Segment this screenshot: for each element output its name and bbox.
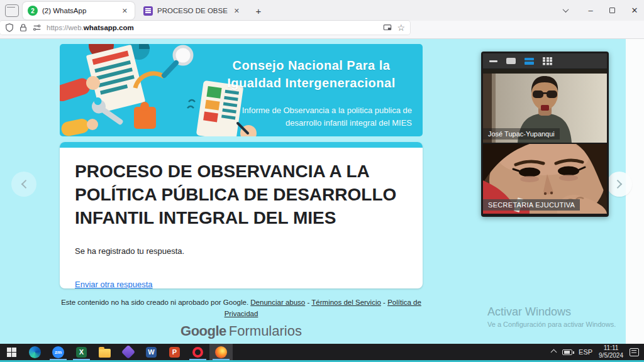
close-tab-icon[interactable]: ✕	[232, 6, 242, 16]
submit-another-response-link[interactable]: Enviar otra respuesta	[75, 280, 153, 288]
google-forms-logo: GoogleFormularios	[60, 323, 423, 339]
list-tabs-button[interactable]	[556, 0, 575, 20]
taskbar-clock[interactable]: 11:11 9/5/2024	[599, 344, 623, 360]
send-to-device-icon[interactable]	[383, 23, 392, 32]
watermark-subtitle: Ve a Configuración para activar Windows.	[487, 321, 616, 328]
shield-icon[interactable]	[5, 23, 14, 32]
taskbar-opera[interactable]	[186, 344, 209, 360]
video-feed-participant-1: José Tupac-Yupanqui	[483, 69, 607, 143]
restore-icon	[609, 8, 615, 13]
form-confirmation-text: Se ha registrado tu respuesta.	[75, 246, 408, 256]
tab-whatsapp[interactable]: 2 (2) WhatsApp ✕	[23, 2, 135, 19]
chevron-left-icon	[21, 180, 30, 189]
file-explorer-icon	[99, 349, 111, 358]
action-center-icon[interactable]	[630, 348, 639, 356]
firefox-icon	[215, 346, 227, 358]
form-footer: Este contenido no ha sido creado ni apro…	[60, 297, 423, 320]
activate-windows-watermark: Activar Windows Ve a Configuración para …	[487, 305, 616, 328]
video-call-window: José Tupac-Yupanqui	[481, 52, 609, 217]
taskbar-firefox[interactable]	[209, 344, 233, 360]
minimize-window-button[interactable]: –	[581, 0, 600, 20]
page-content: Consejo Nacional Para laIgualdad Interge…	[0, 39, 644, 344]
windows-logo-icon	[7, 348, 16, 357]
powerpoint-icon: P	[169, 347, 180, 358]
edge-icon	[29, 346, 41, 358]
microsoft-365-icon	[121, 345, 135, 359]
video-call-titlebar[interactable]	[483, 53, 607, 69]
formularios-wordmark: Formularios	[229, 323, 302, 339]
windows-taskbar: zm X W P ESP 11:11 9/5/2024	[0, 344, 644, 360]
google-forms-icon	[143, 6, 153, 16]
form-title: PROCESO DE OBSERVANCIA A LA POLÍTICA PÚB…	[75, 160, 411, 230]
permissions-icon[interactable]	[33, 23, 42, 32]
whatsapp-badge-icon: 2	[28, 6, 38, 16]
tray-chevron-up-icon[interactable]	[551, 349, 557, 355]
footer-disclaimer: Este contenido no ha sido creado ni apro…	[61, 299, 248, 306]
lock-icon[interactable]	[19, 23, 28, 32]
taskbar-word[interactable]: W	[140, 344, 163, 360]
terms-link[interactable]: Términos del Servicio	[311, 299, 381, 306]
bookmark-star-icon[interactable]: ☆	[397, 23, 405, 33]
new-tab-button[interactable]: +	[252, 4, 265, 18]
opera-icon	[192, 347, 203, 358]
start-button[interactable]	[0, 344, 23, 360]
previous-image-button[interactable]	[11, 172, 36, 197]
watermark-title: Activar Windows	[487, 305, 616, 319]
tab-google-form[interactable]: PROCESO DE OBSERVANCIA A L ✕	[138, 2, 247, 19]
restore-window-button[interactable]	[602, 0, 621, 20]
browser-tab-bar: 2 (2) WhatsApp ✕ PROCESO DE OBSERVANCIA …	[0, 0, 644, 21]
minimize-icon[interactable]	[489, 60, 497, 62]
browser-toolbar: ← → https://web.whatsapp.com	[0, 21, 644, 39]
clock-date: 9/5/2024	[599, 352, 623, 360]
zoom-icon: zm	[52, 346, 64, 358]
system-tray: ESP 11:11 9/5/2024	[552, 344, 644, 360]
banner-subtitle: Informe de Observancia a la politica pub…	[216, 104, 412, 129]
form-card: PROCESO DE OBSERVANCIA A LA POLÍTICA PÚB…	[60, 142, 423, 288]
excel-icon: X	[76, 347, 87, 358]
tab-title: (2) WhatsApp	[42, 7, 116, 14]
gallery-view-icon[interactable]	[543, 57, 552, 65]
speaker-view-icon[interactable]	[525, 58, 534, 65]
url-text: https://web.whatsapp.com	[47, 24, 134, 31]
taskbar-zoom[interactable]: zm	[47, 344, 70, 360]
desktop: 2 (2) WhatsApp ✕ PROCESO DE OBSERVANCIA …	[0, 0, 644, 362]
google-wordmark: Google	[180, 323, 226, 339]
language-indicator[interactable]: ESP	[579, 348, 592, 356]
close-window-button[interactable]: ✕	[625, 0, 644, 20]
address-bar[interactable]: https://web.whatsapp.com ☆	[0, 21, 410, 35]
battery-icon[interactable]	[562, 349, 572, 355]
banner-title: Consejo Nacional Para laIgualdad Interge…	[209, 57, 413, 92]
report-abuse-link[interactable]: Denunciar abuso	[250, 299, 305, 306]
taskbar-excel[interactable]: X	[70, 344, 93, 360]
form-header-banner: Consejo Nacional Para laIgualdad Interge…	[60, 44, 423, 136]
next-image-button[interactable]	[607, 172, 632, 197]
close-tab-icon[interactable]: ✕	[120, 6, 130, 16]
firefox-view-icon[interactable]	[5, 4, 19, 17]
participant-2-name: SECRETARIA EJUCUTIVA	[483, 199, 580, 211]
taskbar-microsoft-365[interactable]	[116, 344, 140, 360]
maximize-icon[interactable]	[506, 58, 516, 64]
taskbar-file-explorer[interactable]	[93, 344, 116, 360]
participant-1-name: José Tupac-Yupanqui	[483, 128, 560, 140]
clock-time: 11:11	[599, 344, 623, 353]
chevron-down-icon	[562, 6, 569, 13]
taskbar-powerpoint[interactable]: P	[163, 344, 186, 360]
separator: -	[383, 299, 386, 306]
video-feed-participant-2: SECRETARIA EJUCUTIVA	[483, 144, 607, 214]
chevron-right-icon	[613, 180, 622, 189]
word-icon: W	[146, 347, 157, 358]
taskbar-edge[interactable]	[23, 344, 47, 360]
separator: -	[307, 299, 309, 306]
tab-title: PROCESO DE OBSERVANCIA A L	[157, 7, 228, 14]
card-accent-bar	[60, 142, 423, 148]
